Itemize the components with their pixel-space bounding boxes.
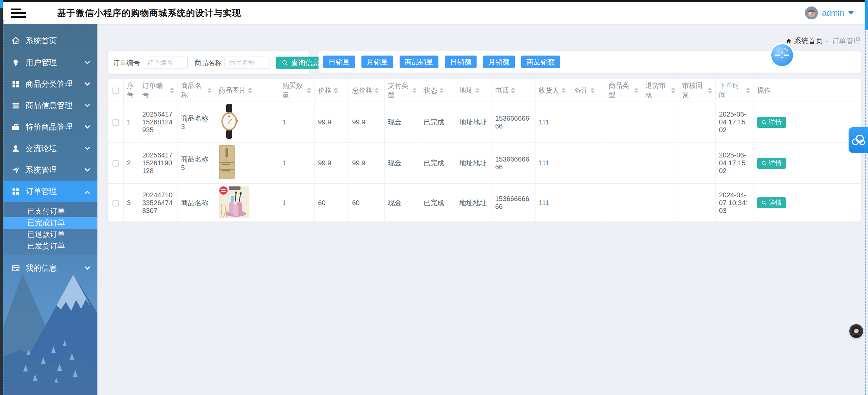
sort-icon[interactable] bbox=[746, 88, 750, 93]
product-sales-amount-button[interactable]: 商品销额 bbox=[521, 56, 560, 68]
sort-icon[interactable] bbox=[561, 88, 565, 93]
col-header-audit-reply[interactable]: 审核回复 bbox=[679, 79, 715, 102]
sidebar-item-my-info[interactable]: 我的信息 bbox=[3, 257, 97, 279]
cell-phone: 15366666666 bbox=[492, 184, 535, 222]
cell-product-type bbox=[605, 102, 642, 143]
cell-qty: 1 bbox=[279, 102, 314, 143]
col-header-status[interactable]: 状态 bbox=[420, 79, 456, 102]
row-checkbox[interactable] bbox=[112, 119, 119, 126]
product-image-cups bbox=[219, 186, 249, 218]
cell-price: 99.9 bbox=[314, 143, 348, 184]
monthly-sales-count-button[interactable]: 月销量 bbox=[361, 56, 393, 68]
col-header-product-type[interactable]: 商品类型 bbox=[605, 79, 642, 102]
submenu-item-refunded-orders[interactable]: 已退款订单 bbox=[3, 229, 97, 240]
col-header-total[interactable]: 总价格 bbox=[348, 79, 384, 102]
sort-icon[interactable] bbox=[439, 88, 444, 93]
col-header-product-name[interactable]: 商品名称 bbox=[177, 79, 215, 102]
card-icon bbox=[11, 263, 20, 273]
col-header-order-time[interactable]: 下单时间 bbox=[715, 79, 754, 102]
sort-icon[interactable] bbox=[671, 88, 675, 93]
floating-ball-widget[interactable] bbox=[771, 44, 793, 66]
chevron-down-icon bbox=[85, 102, 90, 107]
sidebar-item-special-products[interactable]: 特价商品管理 bbox=[3, 116, 97, 138]
cell-address: 地址地址 bbox=[456, 102, 492, 143]
col-header-order-no[interactable]: 订单编号 bbox=[139, 79, 177, 102]
cell-order-no: 2025641715261190128 bbox=[139, 143, 177, 184]
col-header-actions: 操作 bbox=[754, 79, 861, 102]
col-header-qty[interactable]: 购买数量 bbox=[279, 79, 314, 102]
cell-refund-audit bbox=[642, 143, 679, 184]
submenu-item-completed-orders[interactable]: 已完成订单 bbox=[3, 217, 97, 229]
sort-icon[interactable] bbox=[334, 88, 338, 93]
monthly-sales-amount-button[interactable]: 月销额 bbox=[483, 56, 515, 68]
product-sales-count-button[interactable]: 商品销量 bbox=[400, 56, 438, 68]
daily-sales-count-button[interactable]: 日销量 bbox=[323, 56, 355, 68]
col-header-product-image[interactable]: 商品图片 bbox=[215, 79, 279, 102]
cell-phone: 15366666666 bbox=[492, 102, 535, 143]
col-header-remark[interactable]: 备注 bbox=[571, 79, 605, 102]
sidebar-item-system[interactable]: 系统管理 bbox=[3, 159, 97, 181]
sort-icon[interactable] bbox=[375, 88, 379, 93]
sort-icon[interactable] bbox=[708, 88, 712, 93]
col-header-phone[interactable]: 电话 bbox=[492, 79, 535, 102]
chevron-down-icon bbox=[85, 166, 90, 172]
sort-icon[interactable] bbox=[475, 88, 479, 93]
search-icon bbox=[761, 161, 767, 166]
row-checkbox[interactable] bbox=[112, 160, 119, 167]
cell-refund-audit bbox=[642, 102, 679, 143]
sidebar-item-label: 特价商品管理 bbox=[26, 122, 73, 132]
submenu-item-paid-orders[interactable]: 已支付订单 bbox=[3, 206, 97, 217]
col-header-pay-type[interactable]: 支付类型 bbox=[384, 79, 420, 102]
cell-receiver: 111 bbox=[535, 184, 571, 222]
sort-icon[interactable] bbox=[170, 88, 174, 93]
sort-icon[interactable] bbox=[634, 88, 638, 93]
cell-qty: 1 bbox=[279, 184, 314, 222]
sidebar-item-label: 系统首页 bbox=[26, 35, 57, 46]
cell-product-name: 商品名称5 bbox=[177, 143, 215, 184]
sidebar-item-label: 我的信息 bbox=[26, 263, 57, 273]
hamburger-menu-icon[interactable] bbox=[11, 6, 26, 20]
sidebar-item-orders[interactable]: 订单管理 bbox=[3, 181, 97, 202]
row-checkbox[interactable] bbox=[112, 200, 119, 207]
sidebar-item-users[interactable]: 用户管理 bbox=[3, 52, 97, 73]
product-image-watch bbox=[219, 104, 240, 139]
assistant-avatar-float[interactable] bbox=[849, 324, 863, 338]
user-menu[interactable]: admin bbox=[805, 2, 854, 24]
cell-total: 99.9 bbox=[348, 102, 384, 143]
search-button[interactable]: 查询信息 bbox=[276, 57, 325, 69]
app-header: 基于微信小程序的购物商城系统的设计与实现 admin bbox=[3, 2, 868, 24]
col-header-receiver[interactable]: 收货人 bbox=[535, 79, 571, 102]
cell-address: 地址地址 bbox=[456, 184, 492, 222]
product-name-input[interactable] bbox=[224, 57, 269, 69]
cell-audit-reply bbox=[679, 184, 715, 222]
detail-button[interactable]: 详情 bbox=[757, 197, 786, 208]
col-header-address[interactable]: 地址 bbox=[456, 79, 492, 102]
sort-icon[interactable] bbox=[307, 88, 311, 93]
submenu-item-shipped-orders[interactable]: 已发货订单 bbox=[3, 240, 97, 252]
select-all-checkbox[interactable] bbox=[112, 88, 119, 94]
sort-icon[interactable] bbox=[207, 88, 212, 93]
sidebar-item-label: 交流论坛 bbox=[26, 143, 57, 154]
right-scrollbar-thumb[interactable] bbox=[865, 0, 868, 30]
table-header-row: 序号 订单编号 商品名称 商品图片 购买数量 价格 总价格 支付类型 状态 地址… bbox=[108, 79, 861, 102]
sort-icon[interactable] bbox=[511, 88, 515, 93]
bulb-icon bbox=[11, 58, 20, 67]
sort-icon[interactable] bbox=[413, 88, 417, 93]
order-no-input[interactable] bbox=[143, 57, 188, 69]
username-label[interactable]: admin bbox=[822, 8, 844, 18]
daily-sales-amount-button[interactable]: 日销额 bbox=[445, 56, 477, 68]
col-header-refund-audit[interactable]: 退货审核 bbox=[642, 79, 679, 102]
sort-icon[interactable] bbox=[248, 88, 252, 93]
cell-order-time: 2025-06-04 17:15:02 bbox=[715, 102, 754, 143]
sidebar-item-product-info[interactable]: 商品信息管理 bbox=[3, 95, 97, 116]
sidebar-item-home[interactable]: 系统首页 bbox=[3, 29, 97, 52]
sidebar-item-forum[interactable]: 交流论坛 bbox=[3, 138, 97, 159]
detail-button[interactable]: 详情 bbox=[757, 117, 786, 128]
col-header-price[interactable]: 价格 bbox=[314, 79, 348, 102]
sidebar-item-product-categories[interactable]: 商品分类管理 bbox=[3, 73, 97, 95]
sort-icon[interactable] bbox=[590, 88, 594, 93]
cell-receiver: 111 bbox=[535, 143, 571, 184]
user-avatar[interactable] bbox=[805, 6, 818, 19]
detail-button[interactable]: 详情 bbox=[757, 158, 786, 169]
cell-pay-type: 现金 bbox=[384, 143, 420, 184]
